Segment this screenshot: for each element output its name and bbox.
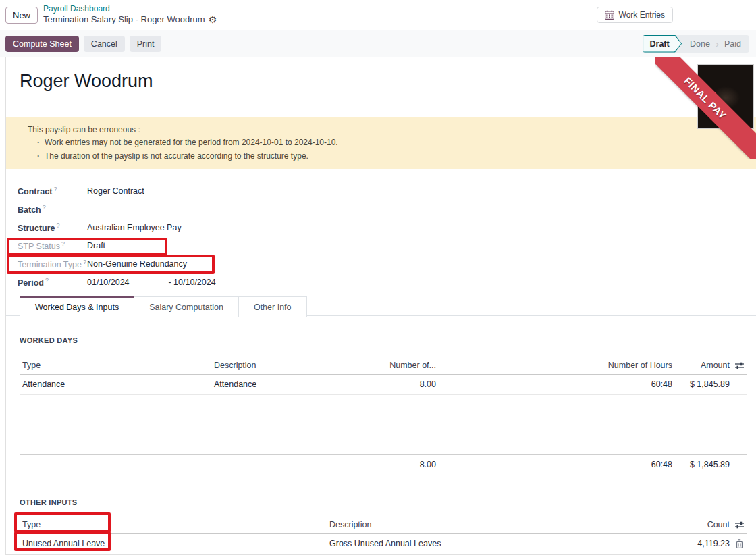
- field-contract: Contract? Roger Contract: [18, 182, 756, 200]
- field-label: Termination Type: [18, 260, 82, 269]
- col-type[interactable]: Type: [20, 515, 327, 533]
- help-icon[interactable]: ?: [45, 277, 49, 284]
- status-pipeline: Draft Done › Paid: [643, 35, 749, 53]
- help-icon[interactable]: ?: [61, 240, 65, 247]
- field-value[interactable]: Roger Contract: [87, 186, 144, 196]
- status-paid[interactable]: Paid: [716, 35, 749, 53]
- other-inputs-header-row: Type Description Count: [20, 515, 747, 533]
- cell-type[interactable]: Unused Annual Leave: [20, 533, 327, 554]
- field-stp-status: STP Status? Draft: [18, 236, 756, 255]
- col-type[interactable]: Type: [20, 356, 211, 374]
- status-draft-label: Draft: [643, 35, 682, 53]
- optional-columns-button[interactable]: [732, 515, 747, 533]
- field-termination-type: Termination Type? Non-Genuine Redundancy: [18, 255, 756, 273]
- field-label: STP Status: [18, 242, 60, 251]
- calendar-icon: [605, 10, 614, 20]
- worked-days-totals: 8.00 60:48 $ 1,845.89: [20, 454, 747, 474]
- field-batch: Batch?: [18, 200, 756, 218]
- gear-icon[interactable]: ⚙: [209, 14, 217, 26]
- field-value[interactable]: Australian Employee Pay: [87, 223, 182, 232]
- field-period: Period? 01/10/2024 - 10/10/2024: [18, 273, 756, 291]
- warning-item-text: Work entries may not be generated for th…: [45, 137, 338, 149]
- col-number-of[interactable]: Number of...: [371, 356, 438, 374]
- col-amount[interactable]: Amount: [674, 356, 732, 374]
- warning-alert: This payslip can be erroneous : · Work e…: [6, 117, 756, 169]
- worked-days-section-title: WORKED DAYS: [20, 336, 740, 348]
- tab-salary-computation[interactable]: Salary Computation: [134, 296, 239, 317]
- cancel-button[interactable]: Cancel: [84, 36, 125, 52]
- cell-amount[interactable]: $ 1,845.89: [674, 374, 732, 394]
- print-button[interactable]: Print: [130, 36, 162, 52]
- field-value: Non-Genuine Redundancy: [87, 259, 187, 269]
- empty-rows-area: [6, 395, 756, 454]
- warning-item: · The duration of the payslip is not acc…: [28, 151, 745, 162]
- total-amount: $ 1,845.89: [674, 454, 732, 473]
- help-icon[interactable]: ?: [83, 259, 86, 265]
- col-description[interactable]: Description: [327, 515, 590, 533]
- warning-item: · Work entries may not be generated for …: [28, 137, 745, 149]
- notebook-tabs: Worked Days & Inputs Salary Computation …: [6, 296, 756, 316]
- help-icon[interactable]: ?: [57, 222, 60, 229]
- tab-other-info[interactable]: Other Info: [239, 296, 307, 317]
- status-draft[interactable]: Draft: [643, 35, 682, 53]
- work-entries-button[interactable]: Work Entries: [597, 7, 673, 23]
- optional-columns-button[interactable]: [732, 356, 747, 374]
- field-label: Period: [18, 278, 44, 288]
- field-group: Contract? Roger Contract Batch? Structur…: [6, 182, 756, 291]
- breadcrumb-parent-link[interactable]: Payroll Dashboard: [43, 4, 217, 14]
- field-label: Contract: [18, 187, 52, 196]
- help-icon[interactable]: ?: [43, 204, 46, 211]
- sliders-icon: [735, 362, 744, 369]
- status-done[interactable]: Done: [682, 35, 718, 53]
- cell-hours[interactable]: 60:48: [438, 374, 674, 394]
- cell-count[interactable]: 4,119.23: [590, 533, 732, 554]
- col-description[interactable]: Description: [211, 356, 371, 374]
- field-value: Draft: [87, 241, 105, 250]
- field-label: Structure: [18, 223, 55, 233]
- worked-days-table: Type Description Number of... Number of …: [20, 356, 747, 395]
- delete-row-button[interactable]: [732, 533, 747, 554]
- period-date-from[interactable]: 01/10/2024: [87, 278, 166, 287]
- tab-worked-days-inputs[interactable]: Worked Days & Inputs: [20, 296, 134, 317]
- cell-description[interactable]: Attendance: [211, 374, 371, 394]
- sliders-icon: [735, 521, 744, 529]
- period-date-to[interactable]: - 10/10/2024: [168, 278, 215, 287]
- cell-number[interactable]: 8.00: [371, 374, 438, 394]
- help-icon[interactable]: ?: [53, 186, 57, 192]
- breadcrumb-current: Termination Salary Slip - Roger Woodrum: [43, 14, 205, 25]
- employee-avatar: [697, 64, 754, 129]
- field-structure: Structure? Australian Employee Pay: [18, 218, 756, 236]
- page-title[interactable]: Roger Woodrum: [6, 57, 756, 93]
- worked-days-header-row: Type Description Number of... Number of …: [20, 356, 747, 374]
- col-count[interactable]: Count: [590, 515, 732, 533]
- table-row[interactable]: Unused Annual Leave Gross Unused Annual …: [20, 533, 747, 554]
- table-row[interactable]: Attendance Attendance 8.00 60:48 $ 1,845…: [20, 374, 747, 394]
- top-bar: New Payroll Dashboard Termination Salary…: [0, 0, 756, 30]
- cell-type[interactable]: Attendance: [20, 374, 211, 394]
- action-bar: Compute Sheet Cancel Print Draft Done › …: [0, 30, 756, 57]
- new-button[interactable]: New: [5, 7, 38, 24]
- bullet-icon: ·: [37, 151, 40, 162]
- total-number: 8.00: [371, 454, 438, 473]
- warning-item-text: The duration of the payslip is not accur…: [45, 151, 308, 162]
- col-number-of-hours[interactable]: Number of Hours: [438, 356, 674, 374]
- field-label: Batch: [18, 205, 41, 215]
- trash-icon: [736, 539, 743, 548]
- cell-description[interactable]: Gross Unused Annual Leaves: [327, 533, 590, 554]
- compute-sheet-button[interactable]: Compute Sheet: [5, 36, 79, 52]
- total-hours: 60:48: [438, 454, 674, 473]
- warning-intro: This payslip can be erroneous :: [28, 124, 745, 136]
- other-inputs-section-title: OTHER INPUTS: [20, 498, 740, 510]
- other-inputs-table: Type Description Count Unused Annual Lea…: [20, 515, 747, 555]
- payslip-sheet: FINAL PAY Roger Woodrum This payslip can…: [5, 57, 756, 555]
- bullet-icon: ·: [37, 137, 40, 149]
- breadcrumb: Payroll Dashboard Termination Salary Sli…: [43, 4, 217, 26]
- totals-row: 8.00 60:48 $ 1,845.89: [20, 454, 747, 473]
- work-entries-label: Work Entries: [619, 10, 665, 20]
